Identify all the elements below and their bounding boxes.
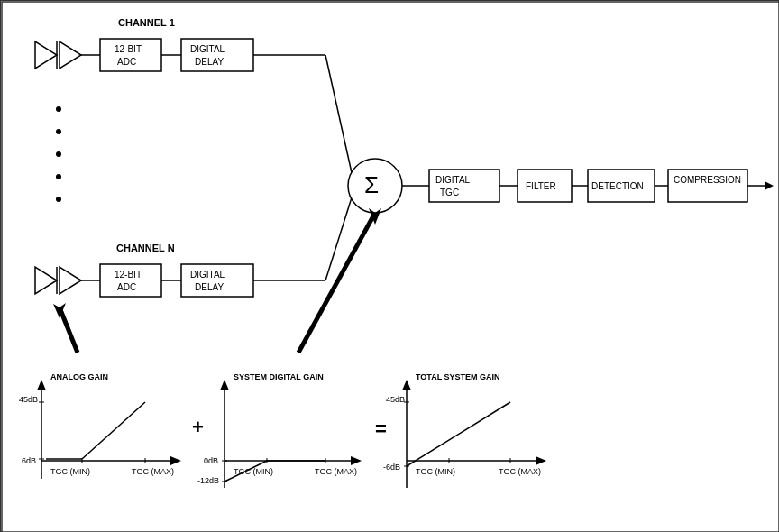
- svg-text:TGC (MIN): TGC (MIN): [416, 467, 455, 476]
- channelN-label: CHANNEL N: [116, 243, 175, 253]
- svg-text:ADC: ADC: [117, 57, 136, 67]
- svg-text:ANALOG GAIN: ANALOG GAIN: [50, 372, 108, 381]
- svg-text:45dB: 45dB: [19, 395, 38, 404]
- svg-text:TGC (MAX): TGC (MAX): [132, 467, 174, 476]
- svg-text:12-BIT: 12-BIT: [115, 270, 142, 280]
- svg-text:6dB: 6dB: [22, 456, 36, 465]
- svg-text:0dB: 0dB: [204, 456, 218, 465]
- svg-text:TGC (MAX): TGC (MAX): [315, 467, 357, 476]
- channel1-label: CHANNEL 1: [118, 17, 175, 28]
- svg-text:TOTAL SYSTEM GAIN: TOTAL SYSTEM GAIN: [416, 372, 500, 381]
- svg-text:DIGITAL: DIGITAL: [190, 270, 225, 280]
- svg-text:TGC (MAX): TGC (MAX): [499, 467, 541, 476]
- svg-text:=: =: [375, 417, 387, 440]
- svg-text:DETECTION: DETECTION: [591, 181, 644, 191]
- svg-text:FILTER: FILTER: [526, 181, 556, 191]
- svg-text:DELAY: DELAY: [195, 282, 224, 292]
- svg-text:DELAY: DELAY: [195, 57, 224, 67]
- svg-text:45dB: 45dB: [386, 395, 405, 404]
- main-diagram: CHANNEL 1 12-BIT ADC DIGITAL DELAY CHANN…: [0, 0, 779, 532]
- svg-text:TGC (MIN): TGC (MIN): [50, 467, 90, 476]
- svg-point-18: [56, 197, 61, 202]
- svg-text:ADC: ADC: [117, 282, 136, 292]
- svg-point-16: [56, 151, 61, 157]
- svg-point-15: [56, 129, 61, 134]
- svg-text:-6dB: -6dB: [383, 463, 400, 472]
- svg-text:-12dB: -12dB: [197, 476, 219, 485]
- svg-text:DIGITAL: DIGITAL: [435, 175, 471, 185]
- svg-text:+: +: [192, 416, 204, 438]
- svg-point-14: [56, 106, 61, 112]
- svg-point-17: [56, 174, 61, 179]
- svg-text:COMPRESSION: COMPRESSION: [674, 175, 741, 185]
- svg-text:Σ: Σ: [364, 171, 379, 198]
- svg-text:SYSTEM DIGITAL GAIN: SYSTEM DIGITAL GAIN: [234, 372, 324, 381]
- svg-text:DIGITAL: DIGITAL: [190, 44, 225, 54]
- svg-text:TGC: TGC: [440, 188, 459, 197]
- svg-text:12-BIT: 12-BIT: [115, 44, 142, 54]
